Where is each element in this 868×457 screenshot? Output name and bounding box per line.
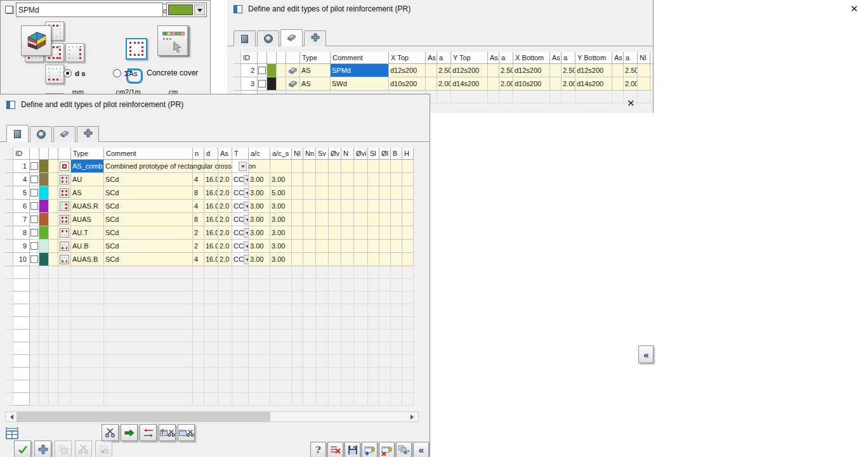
value-cell[interactable] [426,77,437,91]
radio-ds[interactable] [63,69,72,77]
cut-to-list-button[interactable] [159,424,176,441]
cell[interactable] [49,200,58,213]
move-row-button[interactable] [121,424,138,441]
value-cell[interactable] [550,77,562,91]
type-cell[interactable]: AU.T [71,226,104,240]
comment-cell[interactable]: SCd [104,240,193,253]
tab-prototype-circular[interactable] [30,126,52,142]
value-cell[interactable]: d12s200 [513,64,550,77]
row-checkbox-cell[interactable] [258,64,267,77]
cell[interactable] [391,173,402,186]
cell[interactable] [303,240,316,253]
cell[interactable] [368,240,379,253]
row-icon-cell[interactable] [58,173,71,186]
row-selector[interactable] [233,64,241,77]
acs-cell[interactable] [270,160,292,173]
cell[interactable] [316,240,329,253]
row-color-cell[interactable] [39,240,49,253]
n-cell[interactable]: 4 [193,253,204,266]
type-cell[interactable]: AUAS [71,213,104,226]
column-header[interactable] [49,148,58,160]
cell[interactable] [49,226,58,240]
value-cell[interactable] [488,77,499,91]
value-cell[interactable] [638,64,650,77]
type-cell[interactable]: AUAS.B [71,253,104,266]
cell[interactable] [402,173,414,186]
cell[interactable] [354,200,368,213]
column-header[interactable] [233,52,241,64]
cell[interactable] [379,213,391,226]
cell[interactable] [316,226,329,240]
cell[interactable] [368,173,379,186]
type-cell[interactable]: AS [300,77,331,91]
type-cell[interactable]: AS [300,64,331,77]
value-cell[interactable] [650,77,652,91]
checkbox[interactable] [30,242,38,250]
cell[interactable] [303,213,316,226]
column-header[interactable] [58,148,71,160]
row-color-cell[interactable] [39,213,49,226]
value-cell[interactable]: 2.50 [499,64,513,77]
pick-type-button[interactable] [157,25,188,56]
cell[interactable] [341,186,354,200]
column-header[interactable]: n [193,148,204,160]
column-header[interactable]: As [488,52,499,64]
d-cell[interactable]: 16.0 [204,186,218,200]
cell[interactable] [292,240,303,253]
checkbox[interactable] [30,176,38,183]
cell[interactable] [379,173,391,186]
row-icon-cell[interactable] [58,200,71,213]
cell[interactable] [329,200,341,213]
cell[interactable] [368,160,379,173]
column-header[interactable]: Comment [331,52,389,64]
scroll-right-icon[interactable] [407,412,418,422]
tab-prototype-rectangular[interactable] [6,125,29,142]
row-id[interactable]: 4 [13,173,30,186]
row-color-cell[interactable] [267,64,277,77]
column-header[interactable]: ID [13,148,30,160]
dropdown-arrow-icon[interactable] [244,175,249,184]
row-id[interactable]: 2 [241,64,258,77]
column-header[interactable]: a [624,52,638,64]
type-cell[interactable]: AS [71,186,104,200]
row-checkbox-cell[interactable] [30,200,39,213]
cell[interactable] [329,253,341,266]
row-icon-cell[interactable] [58,213,71,226]
column-header[interactable]: ID [241,52,258,64]
collapse-window-button[interactable]: « [413,442,429,457]
row-id[interactable]: 10 [13,253,30,266]
cell[interactable] [303,173,316,186]
cell[interactable] [329,160,341,173]
cell[interactable] [379,253,391,266]
dropdown-arrow-icon[interactable] [244,215,249,224]
row-icon-cell[interactable] [58,186,71,200]
cell[interactable] [277,77,286,91]
as-cell[interactable]: 2.0 [218,253,232,266]
cell[interactable] [391,160,402,173]
checkbox[interactable] [30,216,38,223]
cell[interactable] [354,160,368,173]
column-header[interactable]: Type [300,52,331,64]
cell[interactable] [379,240,391,253]
checkbox[interactable] [30,229,38,236]
acs-cell[interactable]: 3.00 [270,226,292,240]
value-cell[interactable] [488,64,499,77]
row-checkbox-cell[interactable] [30,160,39,173]
value-cell[interactable]: 2.00 [624,77,638,91]
column-header[interactable]: a/c_s [270,148,292,160]
row-selector[interactable] [5,253,13,266]
row-checkbox-cell[interactable] [30,173,39,186]
row-color-cell[interactable] [39,173,49,186]
type-cell[interactable]: AU.B [71,240,104,253]
value-cell[interactable]: d14s200 [451,77,488,91]
acs-cell[interactable]: 3.00 [270,253,292,266]
column-header[interactable]: T [232,148,249,160]
cell[interactable] [316,213,329,226]
type-name-checkbox[interactable] [5,6,13,13]
comment-cell[interactable]: SCd [104,253,193,266]
value-cell[interactable]: 2.50 [624,64,638,77]
value-cell[interactable] [638,77,650,91]
row-checkbox-cell[interactable] [30,253,39,266]
column-header[interactable]: N [341,148,354,160]
row-selector[interactable] [5,226,13,240]
